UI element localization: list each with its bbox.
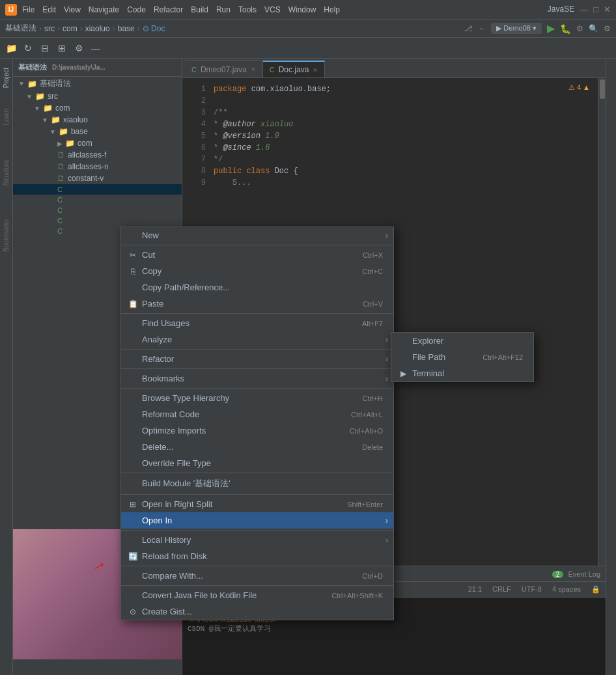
breadcrumb-item-xiaoluo[interactable]: xiaoluo [85,24,110,33]
menu-item-cut[interactable]: ✂ CutCtrl+X [121,247,393,263]
reload-icon: 🔄 [126,552,139,561]
submenu-arrow-local-history: › [385,535,388,545]
tree-item-base[interactable]: ▼ 📁 base [13,126,182,137]
scrollbar-vertical[interactable] [598,78,606,566]
breadcrumb-item-root[interactable]: 基础语法 [5,23,36,34]
toolbar-btn-folder[interactable]: 📁 [4,41,18,55]
breadcrumb-item-doc[interactable]: ⊙ Doc [143,24,165,33]
menu-edit[interactable]: Edit [42,5,56,14]
vcs-icon[interactable]: ⎇ [464,24,473,33]
menu-item-copy-path[interactable]: Copy Path/Reference... [121,279,393,296]
tab-close-doc[interactable]: ✕ [313,66,318,74]
submenu-item-explorer[interactable]: Explorer [391,333,533,349]
breadcrumb-item-com[interactable]: com [63,24,77,33]
menu-item-browse-hierarchy[interactable]: Browse Type HierarchyCtrl+H [121,390,393,406]
copy-shortcut: Ctrl+C [363,268,383,275]
submenu-item-filepath[interactable]: File PathCtrl+Alt+F12 [391,349,533,365]
menu-item-delete[interactable]: Delete...Delete [121,439,393,455]
left-panel-tabs: Project Learn Structure Bookmarks [0,59,13,675]
submenu-arrow-new: › [385,230,388,240]
toolbar-btn-refresh[interactable]: ↻ [21,41,35,55]
menu-item-reformat[interactable]: Reformat CodeCtrl+Alt+L [121,406,393,422]
menu-item-copy[interactable]: ⎘ CopyCtrl+C [121,263,393,279]
panel-tab-bookmarks[interactable]: Bookmarks [1,215,11,256]
tree-item-com[interactable]: ▼ 📁 com [13,102,182,114]
menu-item-optimize-imports[interactable]: Optimize ImportsCtrl+Alt+O [121,422,393,439]
run-config[interactable]: ▶ Demo08 ▾ [491,23,542,34]
tree-item-java2[interactable]: C [13,195,182,205]
menu-item-convert-kotlin[interactable]: Convert Java File to Kotlin FileCtrl+Alt… [121,587,393,603]
file-icon-2: 🗋 [57,162,65,171]
tree-item-xiaoluo[interactable]: ▼ 📁 xiaoluo [13,114,182,126]
menu-vcs[interactable]: VCS [264,5,281,14]
paste-shortcut: Ctrl+V [363,300,383,308]
menu-item-paste[interactable]: 📋 PasteCtrl+V [121,296,393,312]
menu-refactor[interactable]: Refactor [154,5,183,14]
menu-view[interactable]: View [64,5,81,14]
event-log-count: 2 [552,571,564,578]
settings-btn[interactable]: ⚙ [576,24,583,33]
tab-close-dmeo07[interactable]: ✕ [251,66,256,73]
menu-item-compare-with[interactable]: Compare With...Ctrl+D [121,568,393,584]
search-btn[interactable]: 🔍 [589,24,598,33]
event-log-badge[interactable]: 2 Event Log [552,570,600,578]
menu-help[interactable]: Help [324,5,340,14]
menu-navigate[interactable]: Navigate [89,5,119,14]
tab-bar: C Dmeo07.java ✕ C Doc.java ✕ [182,59,606,78]
breadcrumb-sep-5: › [137,24,140,33]
menu-item-local-history[interactable]: Local History› [121,532,393,548]
toolbar-btn-expand[interactable]: ⊞ [55,41,69,55]
tree-item-com2[interactable]: ▶ 📁 com [13,137,182,149]
menu-tools[interactable]: Tools [238,5,257,14]
charset: UTF-8 [522,585,542,594]
panel-tab-structure[interactable]: Structure [1,156,11,190]
minimize-btn[interactable]: — [580,5,588,14]
scrollbar-thumb [600,79,605,99]
menu-item-override-type[interactable]: Override File Type [121,455,393,471]
menu-item-open-in[interactable]: Open In› [121,512,393,529]
tree-item-allclasses1[interactable]: 🗋 allclasses-f [13,149,182,161]
tree-item-root[interactable]: ▼ 📁 基础语法 [13,77,182,90]
nav-back[interactable]: ← [478,24,486,33]
menu-item-build-module[interactable]: Build Module '基础语法' [121,475,393,493]
tree-item-allclasses2[interactable]: 🗋 allclasses-n [13,161,182,172]
breadcrumb-item-base[interactable]: base [118,24,135,33]
menu-item-find-usages[interactable]: Find UsagesAlt+F7 [121,315,393,331]
close-btn[interactable]: ✕ [604,5,611,14]
panel-tab-project[interactable]: Project [1,64,11,92]
menu-item-open-right-split[interactable]: ⊞ Open in Right SplitShift+Enter [121,496,393,512]
menu-item-create-gist[interactable]: ⊙ Create Gist... [121,603,393,620]
tree-item-java4[interactable]: C [13,215,182,226]
menu-code[interactable]: Code [127,5,146,14]
lock-icon: 🔒 [591,585,600,594]
menu-item-refactor[interactable]: Refactor› [121,351,393,367]
java-icon-5: C [57,227,63,235]
breadcrumb-item-src[interactable]: src [44,24,55,33]
tree-item-constant[interactable]: 🗋 constant-v [13,172,182,184]
panel-tab-learn[interactable]: Learn [1,105,11,130]
menu-bar[interactable]: File Edit View Navigate Code Refactor Bu… [22,5,340,14]
tree-item-java1[interactable]: C [13,184,182,195]
toolbar-btn-settings[interactable]: ⚙ [72,41,86,55]
menu-window[interactable]: Window [288,5,316,14]
menu-file[interactable]: File [22,5,35,14]
menu-item-new[interactable]: › New [121,227,393,243]
tab-doc[interactable]: C Doc.java ✕ [263,61,326,77]
menu-run[interactable]: Run [216,5,231,14]
tree-label-allclasses1: allclasses-f [68,150,106,159]
menu-item-reload[interactable]: 🔄 Reload from Disk [121,548,393,564]
gear-btn[interactable]: ⚙ [604,24,611,33]
toolbar-btn-collapse[interactable]: ⊟ [38,41,52,55]
tree-item-src[interactable]: ▼ 📁 src [13,90,182,102]
debug-btn[interactable]: 🐛 [560,23,571,34]
tab-dmeo07[interactable]: C Dmeo07.java ✕ [185,61,263,77]
sidebar-path: D:\javastudy\Ja... [52,64,105,71]
menu-item-analyze[interactable]: Analyze› [121,331,393,348]
submenu-item-terminal[interactable]: ▶ Terminal [391,365,533,381]
menu-build[interactable]: Build [191,5,208,14]
tree-item-java3[interactable]: C [13,205,182,215]
maximize-btn[interactable]: □ [593,5,598,14]
menu-item-bookmarks[interactable]: Bookmarks› [121,370,393,387]
run-btn[interactable]: ▶ [547,22,555,34]
toolbar-btn-minimize[interactable]: — [89,41,103,55]
